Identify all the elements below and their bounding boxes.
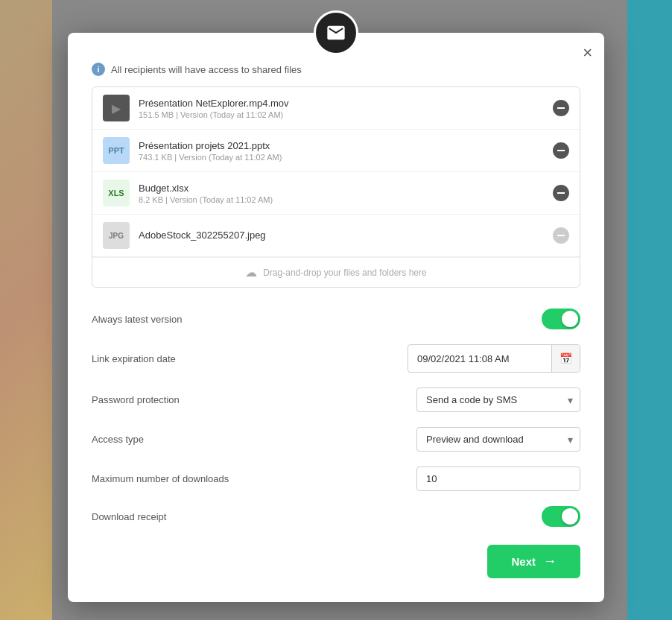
file-name: Présentation NetExplorer.mp4.mov: [139, 98, 544, 109]
max-downloads-input[interactable]: [416, 466, 580, 491]
table-row: XLS Budget.xlsx 8.2 KB | Version (Today …: [92, 172, 580, 215]
link-expiration-date-row: Link expiration date 📅: [92, 344, 580, 373]
file-thumbnail: ▶: [103, 95, 130, 121]
table-row: JPG AdobeStock_302255207.jpeg: [92, 215, 580, 257]
download-receipt-row: Download receipt: [92, 506, 580, 527]
upload-icon: ☁: [245, 265, 257, 279]
link-expiration-date-label: Link expiration date: [92, 353, 176, 364]
file-meta: 151.5 MB | Version (Today at 11:02 AM): [139, 110, 544, 119]
info-text: All recipients will have access to share…: [111, 64, 302, 75]
remove-file-button[interactable]: [553, 185, 569, 201]
file-info: Présentation projets 2021.pptx 743.1 KB …: [139, 140, 544, 162]
file-name: Présentation projets 2021.pptx: [139, 140, 544, 151]
file-info: Présentation NetExplorer.mp4.mov 151.5 M…: [139, 98, 544, 119]
max-downloads-row: Maximum number of downloads: [92, 466, 580, 491]
file-meta: 743.1 KB | Version (Today at 11:02 AM): [139, 153, 544, 162]
table-row: ▶ Présentation NetExplorer.mp4.mov 151.5…: [92, 87, 580, 130]
next-button[interactable]: Next →: [487, 545, 580, 578]
file-info: AdobeStock_302255207.jpeg: [139, 230, 544, 242]
settings-grid: Always latest version Link expiration da…: [92, 309, 580, 527]
file-name: Budget.xlsx: [139, 183, 544, 194]
always-latest-version-toggle[interactable]: [542, 309, 580, 329]
always-latest-version-label: Always latest version: [92, 314, 182, 325]
download-receipt-toggle[interactable]: [542, 506, 580, 527]
file-thumbnail: JPG: [103, 222, 130, 249]
password-protection-select-wrapper: None Send a code by SMS Custom password …: [416, 388, 580, 412]
next-label: Next: [511, 555, 536, 568]
access-type-label: Access type: [92, 434, 144, 445]
file-name: AdobeStock_302255207.jpeg: [139, 230, 544, 241]
file-list: ▶ Présentation NetExplorer.mp4.mov 151.5…: [92, 86, 580, 288]
password-protection-row: Password protection None Send a code by …: [92, 388, 580, 412]
download-receipt-label: Download receipt: [92, 511, 166, 522]
info-bar: i All recipients will have access to sha…: [92, 63, 580, 76]
remove-file-button[interactable]: [553, 100, 569, 116]
modal-footer: Next →: [92, 545, 580, 578]
remove-file-button[interactable]: [553, 227, 569, 244]
calendar-icon-button[interactable]: 📅: [551, 345, 580, 372]
file-meta: 8.2 KB | Version (Today at 11:02 AM): [139, 195, 544, 204]
close-button[interactable]: ×: [583, 45, 592, 61]
access-type-select[interactable]: Preview only Preview and download Downlo…: [416, 427, 580, 452]
always-latest-version-row: Always latest version: [92, 309, 580, 329]
email-icon-badge: [314, 10, 358, 55]
file-info: Budget.xlsx 8.2 KB | Version (Today at 1…: [139, 183, 544, 204]
info-icon: i: [92, 63, 105, 76]
calendar-icon: 📅: [560, 352, 572, 364]
dropzone[interactable]: ☁ Drag-and-drop your files and folders h…: [92, 257, 580, 287]
access-type-select-wrapper: Preview only Preview and download Downlo…: [416, 427, 580, 452]
email-icon: [326, 22, 346, 43]
dropzone-text: Drag-and-drop your files and folders her…: [263, 268, 426, 278]
toggle-knob: [562, 508, 578, 525]
password-protection-select[interactable]: None Send a code by SMS Custom password: [416, 388, 580, 412]
toggle-knob: [562, 311, 578, 327]
arrow-right-icon: →: [543, 554, 557, 569]
modal: × i All recipients will have access to s…: [68, 33, 604, 602]
remove-file-button[interactable]: [553, 142, 569, 159]
file-thumbnail: PPT: [103, 137, 130, 164]
date-input-wrapper: 📅: [408, 344, 580, 373]
table-row: PPT Présentation projets 2021.pptx 743.1…: [92, 130, 580, 172]
link-expiration-date-input[interactable]: [408, 347, 551, 370]
password-protection-label: Password protection: [92, 394, 180, 405]
file-thumbnail: XLS: [103, 180, 130, 206]
access-type-row: Access type Preview only Preview and dow…: [92, 427, 580, 452]
max-downloads-label: Maximum number of downloads: [92, 473, 229, 484]
